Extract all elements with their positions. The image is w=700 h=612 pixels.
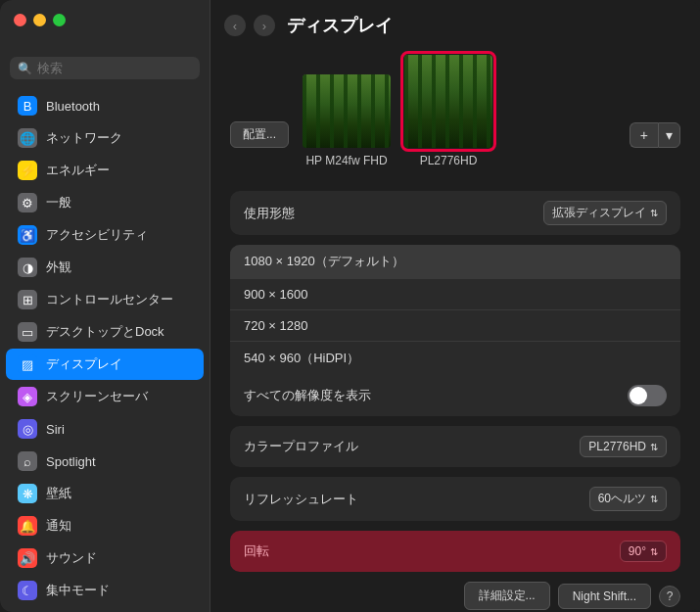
- sidebar-label-bluetooth: Bluetooth: [46, 99, 100, 114]
- color-profile-row: カラープロファイル PL2776HD ⇅: [230, 426, 680, 467]
- sidebar-icon-network: 🌐: [18, 128, 37, 148]
- sidebar-label-network: ネットワーク: [46, 129, 122, 147]
- refresh-rate-row: リフレッシュレート 60ヘルツ ⇅: [230, 477, 680, 521]
- night-shift-button[interactable]: Night Shift...: [558, 584, 651, 609]
- sidebar-icon-sound: 🔊: [18, 548, 37, 568]
- resolution-item[interactable]: 900 × 1600: [230, 279, 680, 310]
- sidebar-icon-notifications: 🔔: [18, 516, 37, 536]
- hp-monitor-wrap[interactable]: HP M24fw FHD: [303, 74, 391, 167]
- sidebar-item-displays[interactable]: ▨ディスプレイ: [6, 349, 204, 380]
- search-input[interactable]: [37, 61, 192, 75]
- refresh-rate-chevron: ⇅: [650, 494, 658, 504]
- forward-button[interactable]: ›: [254, 15, 275, 36]
- pl2776-monitor-label: PL2776HD: [420, 154, 478, 167]
- page-title: ディスプレイ: [287, 14, 393, 37]
- sidebar-label-appearance: 外観: [46, 259, 71, 276]
- resolution-section: 1080 × 1920（デフォルト）900 × 1600720 × 128054…: [230, 245, 680, 416]
- resolution-list: 1080 × 1920（デフォルト）900 × 1600720 × 128054…: [230, 245, 680, 375]
- search-box[interactable]: 🔍: [10, 57, 200, 79]
- maximize-button[interactable]: [53, 14, 66, 26]
- rotation-row: 回転 90° ⇅: [230, 531, 680, 572]
- add-display-chevron[interactable]: ▾: [658, 122, 680, 148]
- resolution-item[interactable]: 540 × 960（HiDPI）: [230, 342, 680, 375]
- usage-select[interactable]: 拡張ディスプレイ ⇅: [543, 201, 667, 225]
- sidebar-label-displays: ディスプレイ: [46, 355, 122, 373]
- sidebar-icon-screensaver: ◈: [18, 387, 37, 406]
- rotation-value: 90°: [629, 544, 646, 558]
- show-all-toggle[interactable]: [628, 385, 667, 406]
- sidebar-icon-focus: ☾: [18, 581, 37, 600]
- sidebar-item-bluetooth[interactable]: BBluetooth: [6, 90, 204, 121]
- pl2776-monitor-thumb[interactable]: [404, 55, 492, 148]
- rotation-select[interactable]: 90° ⇅: [620, 541, 667, 562]
- toggle-knob: [630, 387, 647, 404]
- sidebar-icon-spotlight: ⌕: [18, 451, 37, 471]
- sidebar-item-control-center[interactable]: ⊞コントロールセンター: [6, 284, 204, 315]
- resolution-item[interactable]: 720 × 1280: [230, 310, 680, 342]
- hp-monitor-thumb[interactable]: [303, 74, 391, 148]
- refresh-rate-section: リフレッシュレート 60ヘルツ ⇅: [230, 477, 680, 521]
- sidebar-label-notifications: 通知: [46, 517, 71, 535]
- sidebar-item-network[interactable]: 🌐ネットワーク: [6, 122, 204, 154]
- sidebar-label-sound: サウンド: [46, 549, 97, 567]
- sidebar-icon-siri: ◎: [18, 419, 37, 439]
- sidebar-label-focus: 集中モード: [46, 582, 110, 599]
- content-area: 配置... HP M24fw FHD PL2776HD: [210, 47, 700, 612]
- close-button[interactable]: [14, 14, 26, 26]
- show-all-label: すべての解像度を表示: [244, 387, 371, 404]
- rotation-chevron: ⇅: [650, 546, 658, 557]
- show-all-row: すべての解像度を表示: [230, 375, 680, 416]
- sidebar-icon-appearance: ◑: [18, 258, 37, 277]
- sidebar-item-screen-time[interactable]: ⏱スクリーンタイム: [6, 607, 204, 612]
- bottom-bar: 詳細設定... Night Shift... ?: [230, 582, 680, 610]
- sidebar-label-wallpaper: 壁紙: [46, 485, 71, 502]
- refresh-rate-label: リフレッシュレート: [244, 491, 358, 508]
- sidebar-item-general[interactable]: ⚙一般: [6, 187, 204, 218]
- usage-section: 使用形態 拡張ディスプレイ ⇅: [230, 191, 680, 235]
- minimize-button[interactable]: [33, 14, 46, 26]
- sidebar-item-siri[interactable]: ◎Siri: [6, 413, 204, 445]
- advanced-button[interactable]: 詳細設定...: [464, 582, 550, 610]
- refresh-rate-value: 60ヘルツ: [598, 491, 646, 507]
- search-icon: 🔍: [18, 62, 32, 75]
- sidebar-icon-displays: ▨: [18, 354, 37, 374]
- sidebar-item-notifications[interactable]: 🔔通知: [6, 510, 204, 541]
- main-content: ‹ › ディスプレイ 配置... HP M24fw FHD: [210, 0, 700, 612]
- usage-value: 拡張ディスプレイ: [552, 205, 646, 221]
- sidebar-item-wallpaper[interactable]: ❋壁紙: [6, 478, 204, 509]
- sidebar: 🔍 BBluetooth🌐ネットワーク⚡エネルギー⚙一般♿アクセシビリティ◑外観…: [0, 0, 210, 612]
- sidebar-item-sound[interactable]: 🔊サウンド: [6, 542, 204, 574]
- sidebar-label-control-center: コントロールセンター: [46, 291, 173, 308]
- usage-label: 使用形態: [244, 205, 295, 222]
- sidebar-item-energy[interactable]: ⚡エネルギー: [6, 155, 204, 186]
- add-display-button[interactable]: +: [630, 122, 658, 148]
- sidebar-item-accessibility[interactable]: ♿アクセシビリティ: [6, 219, 204, 251]
- color-profile-label: カラープロファイル: [244, 438, 358, 455]
- sidebar-icon-accessibility: ♿: [18, 225, 37, 245]
- sidebar-label-screensaver: スクリーンセーバ: [46, 388, 148, 405]
- add-display-group: + ▾: [630, 122, 680, 148]
- usage-chevron: ⇅: [650, 208, 658, 218]
- sidebar-icon-wallpaper: ❋: [18, 484, 37, 503]
- sidebar-item-screensaver[interactable]: ◈スクリーンセーバ: [6, 381, 204, 412]
- color-profile-select[interactable]: PL2776HD ⇅: [580, 436, 667, 457]
- sidebar-item-spotlight[interactable]: ⌕Spotlight: [6, 446, 204, 477]
- arrange-button[interactable]: 配置...: [230, 121, 289, 148]
- sidebar-label-general: 一般: [46, 194, 71, 212]
- back-button[interactable]: ‹: [224, 15, 246, 36]
- rotation-label: 回転: [244, 542, 269, 560]
- sidebar-item-desktop-dock[interactable]: ▭デスクトップとDock: [6, 316, 204, 348]
- refresh-rate-select[interactable]: 60ヘルツ ⇅: [589, 487, 667, 511]
- sidebar-icon-energy: ⚡: [18, 161, 37, 180]
- sidebar-label-accessibility: アクセシビリティ: [46, 226, 148, 244]
- pl2776-monitor-wrap[interactable]: PL2776HD: [404, 55, 492, 167]
- color-profile-chevron: ⇅: [650, 442, 658, 452]
- sidebar-item-appearance[interactable]: ◑外観: [6, 252, 204, 283]
- help-button[interactable]: ?: [659, 586, 680, 607]
- resolution-item[interactable]: 1080 × 1920（デフォルト）: [230, 245, 680, 279]
- sidebar-label-energy: エネルギー: [46, 162, 110, 179]
- sidebar-items: BBluetooth🌐ネットワーク⚡エネルギー⚙一般♿アクセシビリティ◑外観⊞コ…: [0, 89, 210, 612]
- color-profile-value: PL2776HD: [588, 440, 646, 453]
- sidebar-icon-general: ⚙: [18, 193, 37, 212]
- sidebar-item-focus[interactable]: ☾集中モード: [6, 575, 204, 606]
